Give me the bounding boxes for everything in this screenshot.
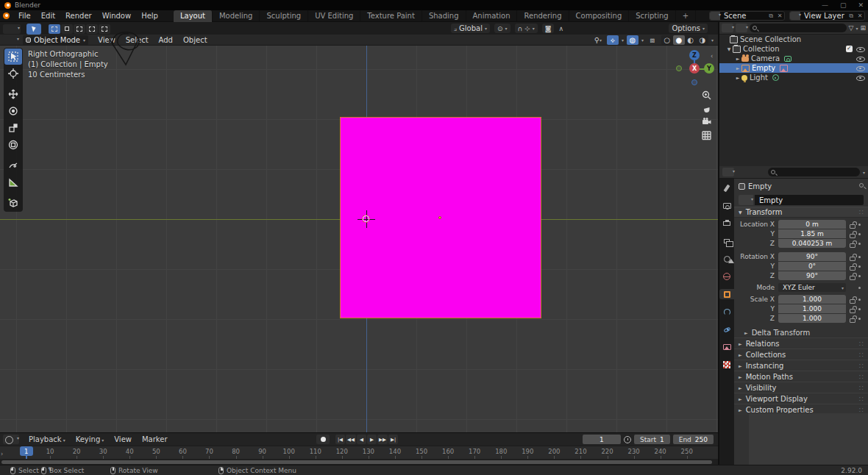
viewport-canvas[interactable]: Right Orthographic(1) Collection | Empty… [0, 46, 718, 432]
workspace-tab-texture-paint[interactable]: Texture Paint [360, 10, 422, 22]
animate-dot[interactable] [858, 275, 861, 277]
timeline-expand-arrow[interactable]: › [1, 451, 3, 457]
scene-name[interactable]: Scene [721, 12, 766, 20]
outliner-item-label[interactable]: Collection [743, 45, 779, 53]
rotation-value-field[interactable]: 0° [778, 262, 846, 271]
annotate-tool[interactable] [4, 157, 22, 174]
panel-grip-icon[interactable]: :: [859, 362, 864, 369]
tab-object[interactable] [719, 289, 734, 299]
lock-icon[interactable] [849, 231, 855, 237]
scale-value-field[interactable]: 1.000 [778, 304, 846, 313]
animate-dot[interactable] [858, 233, 861, 235]
panel-grip-icon[interactable]: :: [859, 351, 864, 358]
lock-icon[interactable] [849, 273, 855, 279]
tab-render[interactable] [719, 201, 734, 211]
pin-icon[interactable] [859, 183, 864, 188]
show-object-types-dropdown[interactable]: ⚲▾ [592, 35, 604, 45]
menu-window[interactable]: Window [97, 12, 136, 20]
scale-value-field[interactable]: 1.000 [778, 314, 846, 323]
workspace-tab-modeling[interactable]: Modeling [213, 10, 260, 22]
marker-menu[interactable]: Marker [137, 435, 173, 443]
select-mode-invert[interactable] [86, 24, 98, 34]
prev-keyframe-button[interactable]: ◀◀ [346, 435, 356, 444]
object-id-dropdown[interactable] [739, 195, 753, 205]
filter-funnel-icon[interactable]: ▽ [849, 24, 854, 32]
lock-icon[interactable] [849, 263, 855, 269]
measure-tool[interactable] [4, 174, 22, 190]
new-collection-button[interactable]: ⊞ [860, 24, 866, 32]
tab-world[interactable] [719, 271, 734, 282]
expand-arrow[interactable]: ▼ [725, 46, 733, 51]
workspace-tab-animation[interactable]: Animation [466, 10, 518, 22]
transform-orientation-dropdown[interactable]: ⟓ Global ▾ [451, 24, 490, 33]
frame-start-field[interactable]: Start1 [634, 435, 670, 444]
lock-icon[interactable] [849, 240, 855, 246]
outliner-item-label[interactable]: Camera [751, 54, 780, 63]
menu-render[interactable]: Render [60, 12, 97, 20]
select-mode-new[interactable] [49, 24, 60, 34]
viewport-menu-view[interactable]: View [93, 36, 121, 44]
keying-menu[interactable]: Keying▾ [71, 435, 110, 443]
section-collections[interactable]: ►Collections:: [734, 349, 868, 360]
blender-menu-icon[interactable] [3, 12, 10, 19]
outliner-item-label[interactable]: Light [750, 74, 768, 82]
editor-type-dropdown[interactable] [3, 24, 21, 34]
timeline-editor-type-dropdown[interactable] [3, 435, 19, 444]
cursor-tool[interactable] [4, 65, 22, 82]
sidebar-collapse-arrow[interactable]: ‹ [711, 53, 713, 60]
location-value-field[interactable]: 1.85 m [778, 229, 846, 238]
auto-keying-record-button[interactable] [316, 435, 330, 444]
panel-grip-icon[interactable]: :: [859, 396, 864, 402]
menu-file[interactable]: File [13, 12, 36, 20]
workspace-tab-sculpting[interactable]: Sculpting [260, 10, 308, 22]
new-view-layer-button[interactable]: ⧉ [847, 12, 855, 20]
current-frame-field[interactable]: 1 [583, 435, 621, 444]
delta-transform-header[interactable]: ► Delta Transform [734, 327, 868, 338]
overlays-toggle[interactable]: ◍ [627, 35, 638, 45]
lock-icon[interactable] [849, 306, 855, 312]
view-layer-selector[interactable]: View Layer ⧉ ✕ [789, 11, 865, 21]
play-button[interactable]: ▶ [367, 435, 377, 444]
section-instancing[interactable]: ►Instancing:: [734, 360, 868, 371]
scene-icon[interactable] [710, 12, 720, 20]
animate-dot[interactable] [858, 224, 861, 226]
animate-dot[interactable] [858, 287, 861, 289]
new-scene-button[interactable]: ⧉ [766, 12, 775, 20]
add-workspace-button[interactable]: + [676, 10, 696, 22]
move-tool[interactable] [4, 86, 22, 102]
visibility-eye-icon[interactable] [856, 74, 865, 82]
properties-search-input[interactable] [768, 168, 860, 176]
properties-editor-type-dropdown[interactable] [722, 168, 734, 176]
delete-scene-button[interactable]: ✕ [775, 12, 784, 19]
scene-selector[interactable]: Scene ⧉ ✕ [709, 11, 785, 21]
camera-view-button[interactable] [699, 115, 714, 128]
section-relations[interactable]: ►Relations:: [734, 338, 868, 349]
select-mode-subtract[interactable] [74, 24, 85, 34]
outliner-display-mode-dropdown[interactable] [722, 24, 733, 32]
tab-output[interactable] [719, 218, 734, 229]
gizmo-neg-z-axis[interactable] [691, 79, 697, 85]
viewport-menu-select[interactable]: Select [121, 36, 154, 44]
workspace-tab-layout[interactable]: Layout [174, 10, 213, 22]
location-value-field[interactable]: 0 m [778, 220, 846, 229]
transform-panel-header[interactable]: ▼ Transform :: [734, 207, 868, 218]
menu-help[interactable]: Help [136, 12, 163, 20]
transform-tool[interactable] [4, 137, 22, 153]
frame-end-field[interactable]: End250 [673, 435, 714, 444]
outliner-search-input[interactable] [750, 24, 847, 32]
snap-toggle[interactable]: ∩⊹▾ [515, 24, 538, 33]
playhead[interactable]: 1 [20, 446, 33, 456]
lock-icon[interactable] [849, 296, 855, 302]
viewport-menu-add[interactable]: Add [154, 36, 178, 44]
tab-physics[interactable] [719, 324, 734, 335]
gizmos-toggle[interactable]: ⟡ [607, 35, 619, 45]
panel-grip-icon[interactable]: :: [859, 209, 864, 215]
object-name-field[interactable]: Empty [755, 195, 864, 205]
zoom-button[interactable] [699, 88, 714, 101]
panel-grip-icon[interactable]: :: [859, 340, 864, 347]
solid-shading[interactable]: ● [673, 35, 685, 45]
expand-arrow[interactable]: ► [734, 65, 741, 71]
properties-options-dropdown[interactable]: ▾ [863, 170, 865, 175]
outliner-row-collection[interactable]: ▼Collection [719, 44, 868, 54]
panel-grip-icon[interactable]: :: [859, 385, 864, 391]
